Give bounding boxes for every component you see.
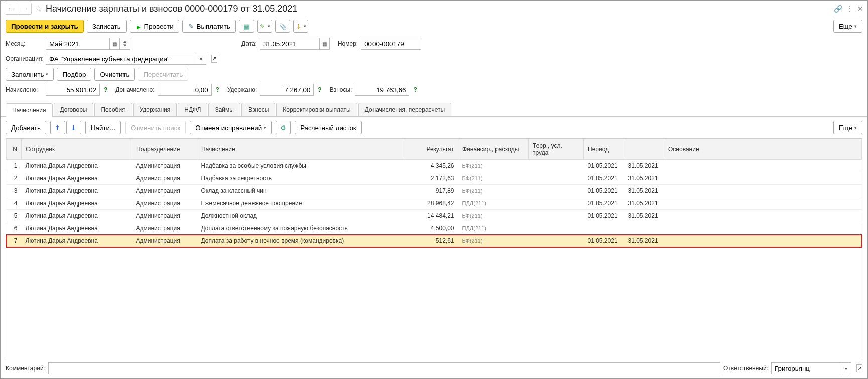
table-cell[interactable]: Администрация [132,235,197,247]
accruals-table[interactable]: NСотрудникПодразделениеНачислениеРезульт… [6,139,862,247]
number-input[interactable] [361,38,421,50]
table-cell[interactable]: Лютина Дарья Андреевна [22,185,132,197]
tab-more-button[interactable]: Еще [833,121,862,134]
table-cell[interactable]: 5 [7,210,22,222]
table-cell[interactable]: БФ(211) [458,185,529,197]
link-icon[interactable]: 🔗 [834,5,842,13]
responsible-dropdown-icon[interactable]: ▾ [841,362,851,374]
find-button[interactable]: Найти... [85,121,121,134]
month-input[interactable] [46,38,110,50]
responsible-open-icon[interactable]: ↗ [856,364,862,372]
table-cell[interactable]: Администрация [132,160,197,172]
table-cell[interactable] [664,197,862,210]
table-cell[interactable]: Администрация [132,185,197,197]
month-picker-icon[interactable]: ▦ [110,38,120,50]
post-button[interactable]: Провести [130,20,179,33]
table-cell[interactable] [529,172,584,185]
table-cell[interactable]: 6 [7,222,22,235]
table-cell[interactable]: 512,61 [403,235,458,247]
cancel-fix-button[interactable]: Отмена исправлений [190,121,272,134]
table-cell[interactable]: Администрация [132,197,197,210]
recalc-button[interactable]: Пересчитать [138,68,188,81]
tab-7[interactable]: Корректировки выплаты [276,103,357,116]
help-icon[interactable]: ? [413,86,417,93]
table-cell[interactable]: 2 172,63 [403,172,458,185]
col-header[interactable]: Основание [664,139,862,160]
table-cell[interactable]: Лютина Дарья Андреевна [22,210,132,222]
table-cell[interactable]: 31.05.2021 [624,197,664,210]
table-cell[interactable] [664,185,862,197]
table-cell[interactable] [664,160,862,172]
table-cell[interactable]: БФ(211) [458,172,529,185]
clear-button[interactable]: Очистить [94,68,135,81]
table-cell[interactable]: Администрация [132,210,197,222]
table-cell[interactable] [664,172,862,185]
tab-5[interactable]: Займы [208,103,240,116]
help-icon[interactable]: ? [216,86,219,93]
table-row[interactable]: 6Лютина Дарья АндреевнаАдминистрацияДопл… [7,222,862,235]
table-cell[interactable] [529,210,584,222]
table-cell[interactable]: 2 [7,172,22,185]
kebab-icon[interactable]: ⋮ [846,5,853,13]
structure-dropdown-button[interactable] [293,20,308,33]
withheld-input[interactable] [260,84,314,96]
col-header[interactable]: N [7,139,22,160]
settings-button[interactable] [276,121,291,134]
table-cell[interactable] [664,235,862,247]
table-row[interactable]: 2Лютина Дарья АндреевнаАдминистрацияНадб… [7,172,862,185]
date-picker-icon[interactable]: ▦ [320,38,330,50]
date-input[interactable] [260,38,320,50]
table-cell[interactable]: Должностной оклад [197,210,403,222]
table-cell[interactable]: 14 484,21 [403,210,458,222]
help-icon[interactable]: ? [318,86,321,93]
table-cell[interactable]: БФ(211) [458,210,529,222]
table-cell[interactable]: 31.05.2021 [624,235,664,247]
tab-3[interactable]: Удержания [133,103,177,116]
table-cell[interactable]: 4 345,26 [403,160,458,172]
table-cell[interactable]: Лютина Дарья Андреевна [22,222,132,235]
add-row-button[interactable]: Добавить [6,121,46,134]
table-cell[interactable]: 4 [7,197,22,210]
table-cell[interactable]: Лютина Дарья Андреевна [22,235,132,247]
table-cell[interactable] [529,222,584,235]
contrib-input[interactable] [355,84,409,96]
table-cell[interactable]: ПДД(211) [458,222,529,235]
col-header[interactable]: Период [584,139,624,160]
table-cell[interactable] [664,222,862,235]
save-button[interactable]: Записать [87,20,127,33]
table-cell[interactable]: 31.05.2021 [624,160,664,172]
close-icon[interactable]: ✕ [857,5,863,13]
post-and-close-button[interactable]: Провести и закрыть [6,20,84,33]
month-spinner[interactable]: ▲▼ [120,38,130,50]
help-icon[interactable]: ? [104,86,107,93]
tab-0[interactable]: Начисления [6,103,53,117]
col-header[interactable]: Терр., усл. труда [529,139,584,160]
table-cell[interactable]: 917,89 [403,185,458,197]
table-cell[interactable]: 28 968,42 [403,197,458,210]
table-cell[interactable] [529,235,584,247]
cancel-search-button[interactable]: Отменить поиск [125,121,186,134]
table-cell[interactable]: 01.05.2021 [584,160,624,172]
nav-back-button[interactable]: ← [5,3,18,14]
edit-dropdown-button[interactable] [257,20,272,33]
table-cell[interactable]: 31.05.2021 [624,185,664,197]
table-row[interactable]: 3Лютина Дарья АндреевнаАдминистрацияОкла… [7,185,862,197]
move-down-button[interactable] [66,121,81,134]
table-cell[interactable]: Оклад за классный чин [197,185,403,197]
more-button[interactable]: Еще [833,20,862,33]
favorite-star-icon[interactable]: ☆ [35,3,43,14]
report-button[interactable] [239,20,254,33]
org-input[interactable] [46,53,196,65]
tab-6[interactable]: Взносы [241,103,275,116]
table-cell[interactable]: ПДД(211) [458,197,529,210]
table-row[interactable]: 1Лютина Дарья АндреевнаАдминистрацияНадб… [7,160,862,172]
tab-4[interactable]: НДФЛ [178,103,207,116]
table-row[interactable]: 7Лютина Дарья АндреевнаАдминистрацияДопл… [7,235,862,247]
table-row[interactable]: 4Лютина Дарья АндреевнаАдминистрацияЕжем… [7,197,862,210]
table-cell[interactable] [529,160,584,172]
table-cell[interactable] [624,222,664,235]
table-cell[interactable] [529,197,584,210]
table-cell[interactable]: БФ(211) [458,160,529,172]
table-cell[interactable]: 01.05.2021 [584,197,624,210]
table-cell[interactable] [584,222,624,235]
